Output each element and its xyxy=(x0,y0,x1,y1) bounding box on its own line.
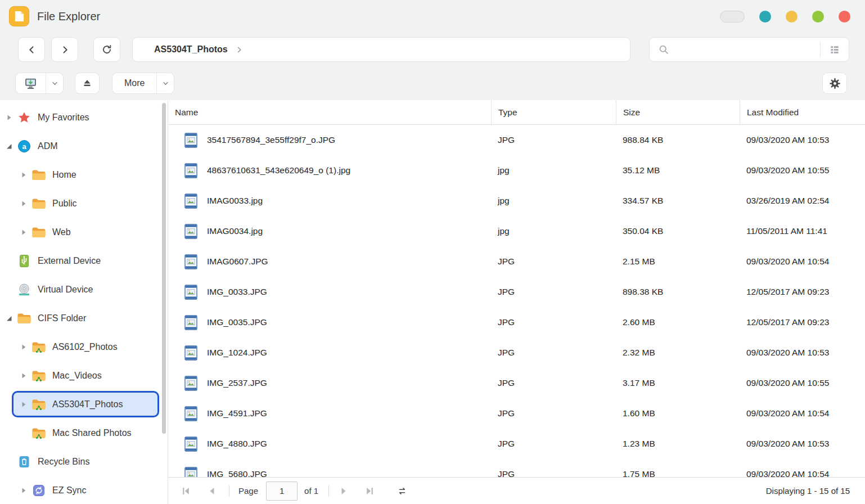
expand-arrow-icon[interactable] xyxy=(19,170,28,179)
toggle-pill-control[interactable] xyxy=(720,11,745,22)
file-modified: 09/03/2020 AM 10:53 xyxy=(740,348,865,358)
first-page-button[interactable] xyxy=(181,485,192,497)
sidebar-item-label: Public xyxy=(52,199,77,209)
more-button[interactable]: More xyxy=(112,73,174,94)
eject-button[interactable] xyxy=(75,73,100,94)
file-size: 350.04 KB xyxy=(616,226,740,236)
column-header-name[interactable]: Name xyxy=(168,100,491,124)
expand-arrow-icon[interactable] xyxy=(19,371,28,380)
expand-arrow-icon[interactable] xyxy=(19,228,28,237)
file-name-cell[interactable]: IMG_2537.JPG xyxy=(168,376,491,391)
sidebar-scrollbar[interactable] xyxy=(162,103,166,434)
file-row[interactable]: IMG_4880.JPG JPG 1.23 MB 09/03/2020 AM 1… xyxy=(168,429,865,459)
mount-device-split-button[interactable] xyxy=(15,73,64,94)
file-name: IMAG0033.jpg xyxy=(207,196,263,206)
reload-list-button[interactable] xyxy=(397,485,408,497)
file-type: jpg xyxy=(491,226,616,236)
file-modified: 12/05/2017 AM 09:23 xyxy=(740,287,865,297)
sidebar-item-recycle-bins[interactable]: Recycle Bins xyxy=(0,447,168,476)
image-file-icon xyxy=(184,436,197,452)
next-page-button[interactable] xyxy=(338,485,349,497)
sidebar-item-label: AS6102_Photos xyxy=(52,342,118,352)
settings-button[interactable] xyxy=(822,73,847,94)
sidebar-item-external-device[interactable]: External Device xyxy=(0,246,168,275)
file-row[interactable]: 35417567894_3e55ff29f7_o.JPG JPG 988.84 … xyxy=(168,125,865,155)
file-row[interactable]: IMAG0607.JPG JPG 2.15 MB 09/03/2020 AM 1… xyxy=(168,246,865,277)
sidebar-item-cifs-folder[interactable]: CIFS Folder xyxy=(0,304,168,332)
page-count-label: of 1 xyxy=(304,486,318,496)
page-number-input[interactable] xyxy=(266,482,298,501)
file-type: JPG xyxy=(491,287,616,297)
file-row[interactable]: IMAG0034.jpg jpg 350.04 KB 11/05/2011 AM… xyxy=(168,216,865,246)
file-name-cell[interactable]: 35417567894_3e55ff29f7_o.JPG xyxy=(168,133,491,148)
expand-arrow-icon[interactable] xyxy=(19,343,28,352)
sidebar-item-label: CIFS Folder xyxy=(38,313,86,323)
file-list: 35417567894_3e55ff29f7_o.JPG JPG 988.84 … xyxy=(168,125,865,477)
file-name-cell[interactable]: IMG_5680.JPG xyxy=(168,467,491,478)
status-dot-teal[interactable] xyxy=(759,11,771,22)
status-dot-green[interactable] xyxy=(812,11,824,22)
column-header-size[interactable]: Size xyxy=(616,100,740,124)
file-name-cell[interactable]: IMG_0035.JPG xyxy=(168,315,491,330)
expand-arrow-icon xyxy=(4,285,13,294)
external-device-action-icon[interactable] xyxy=(16,73,46,93)
sidebar-item-public[interactable]: Public xyxy=(0,189,168,218)
file-name-cell[interactable]: IMG_1024.JPG xyxy=(168,345,491,361)
more-button-label[interactable]: More xyxy=(112,73,156,93)
file-row[interactable]: IMAG0033.jpg jpg 334.57 KB 03/26/2019 AM… xyxy=(168,186,865,216)
file-name-cell[interactable]: IMAG0033.jpg xyxy=(168,194,491,209)
sidebar-item-adm[interactable]: a ADM xyxy=(0,132,168,160)
file-row[interactable]: IMG_1024.JPG JPG 2.32 MB 09/03/2020 AM 1… xyxy=(168,338,865,368)
file-row[interactable]: IMG_2537.JPG JPG 3.17 MB 09/03/2020 AM 1… xyxy=(168,368,865,398)
image-file-icon xyxy=(184,467,197,478)
column-header-last-modified[interactable]: Last Modified xyxy=(740,100,865,124)
search-input[interactable] xyxy=(674,38,820,61)
file-name-cell[interactable]: IMAG0034.jpg xyxy=(168,224,491,239)
file-name-cell[interactable]: 48637610631_543e620649_o (1).jpg xyxy=(168,163,491,178)
sidebar-item-virtual-device[interactable]: Virtual Device xyxy=(0,275,168,304)
expand-arrow-icon[interactable] xyxy=(4,314,13,323)
expand-arrow-icon[interactable] xyxy=(4,142,13,151)
file-row[interactable]: IMG_5680.JPG JPG 1.75 MB 09/03/2020 AM 1… xyxy=(168,459,865,477)
sidebar-item-as5304t-photos[interactable]: AS5304T_Photos xyxy=(0,390,168,418)
page-label: Page xyxy=(238,486,258,496)
sidebar-item-mac-videos[interactable]: Mac_Videos xyxy=(0,361,168,390)
file-row[interactable]: 48637610631_543e620649_o (1).jpg jpg 35.… xyxy=(168,155,865,186)
refresh-button[interactable] xyxy=(93,37,120,62)
chevron-down-icon[interactable] xyxy=(46,73,63,93)
gear-icon xyxy=(828,77,841,90)
file-size: 3.17 MB xyxy=(616,378,740,388)
image-file-icon xyxy=(184,376,197,391)
breadcrumb[interactable]: AS5304T_Photos xyxy=(132,37,630,62)
sidebar-item-mac-shared-photos[interactable]: Mac Shared Photos xyxy=(0,418,168,447)
column-header-type[interactable]: Type xyxy=(491,100,616,124)
expand-arrow-icon[interactable] xyxy=(19,400,28,409)
file-row[interactable]: IMG_0033.JPG JPG 898.38 KB 12/05/2017 AM… xyxy=(168,277,865,307)
file-modified: 09/03/2020 AM 10:54 xyxy=(740,256,865,267)
file-name-cell[interactable]: IMG_4880.JPG xyxy=(168,436,491,452)
sidebar-item-web[interactable]: Web xyxy=(0,218,168,246)
back-button[interactable] xyxy=(18,37,45,62)
file-row[interactable]: IMG_0035.JPG JPG 2.60 MB 12/05/2017 AM 0… xyxy=(168,307,865,338)
expand-arrow-icon[interactable] xyxy=(4,113,13,122)
file-row[interactable]: IMG_4591.JPG JPG 1.60 MB 09/03/2020 AM 1… xyxy=(168,398,865,429)
forward-button[interactable] xyxy=(51,37,78,62)
search-options-button[interactable] xyxy=(821,38,849,61)
breadcrumb-folder-label[interactable]: AS5304T_Photos xyxy=(154,44,228,55)
chevron-down-icon[interactable] xyxy=(157,73,174,93)
file-name-cell[interactable]: IMG_0033.JPG xyxy=(168,285,491,300)
sidebar-item-home[interactable]: Home xyxy=(0,160,168,189)
file-name-cell[interactable]: IMG_4591.JPG xyxy=(168,406,491,421)
sidebar-item-as6102-photos[interactable]: AS6102_Photos xyxy=(0,332,168,361)
file-name: 48637610631_543e620649_o (1).jpg xyxy=(207,165,350,176)
file-name: IMG_0033.JPG xyxy=(207,287,267,297)
status-dot-red[interactable] xyxy=(839,11,850,22)
expand-arrow-icon[interactable] xyxy=(19,199,28,208)
previous-page-button[interactable] xyxy=(206,485,218,497)
file-name-cell[interactable]: IMAG0607.JPG xyxy=(168,254,491,269)
sidebar-item-my-favorites[interactable]: My Favorites xyxy=(0,103,168,132)
sidebar-item-ez-sync[interactable]: EZ Sync xyxy=(0,476,168,504)
last-page-button[interactable] xyxy=(364,485,375,497)
status-dot-yellow[interactable] xyxy=(786,11,798,22)
expand-arrow-icon[interactable] xyxy=(19,486,28,495)
